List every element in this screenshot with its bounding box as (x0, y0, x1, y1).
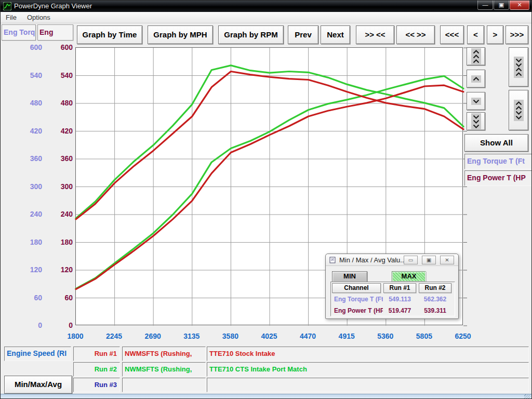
y-tick-torque-360: 360 (1, 154, 42, 163)
maximize-button-icon[interactable]: ▣ (494, 1, 509, 10)
channel-label-power: Eng Power T (HP (464, 170, 532, 186)
zoom-out-vertical-button-icon (514, 100, 524, 121)
y-tick-torque-480: 480 (1, 99, 42, 107)
minmax-minimize-button-icon[interactable]: ▭ (404, 256, 418, 264)
channel-button-power[interactable]: Eng Powe (37, 24, 73, 41)
scroll-down-button[interactable] (467, 92, 485, 110)
graph-by-mph-button[interactable]: Graph by MPH (148, 25, 213, 44)
graph-by-time-button[interactable]: Graph by Time (77, 25, 142, 44)
chevron-up-icon (515, 68, 523, 72)
chevron-up-icon (515, 101, 523, 105)
chevron-down-icon (472, 119, 480, 124)
x-tick-2245: 2245 (106, 332, 122, 340)
y-tick-power-480: 480 (44, 99, 73, 107)
minmax-window-title: Min / Max / Avg Valu... (339, 256, 406, 264)
pan-right-button[interactable]: > (487, 25, 503, 44)
y-tick-torque-240: 240 (1, 210, 42, 218)
run-label-1: Run #1 (73, 347, 120, 361)
run-1-comment-field[interactable]: NWMSFTS (Rushing, (122, 347, 206, 361)
y-tick-torque-600: 600 (1, 43, 42, 51)
run-2-comment-field[interactable]: NWMSFTS (Rushing, (122, 362, 206, 377)
chevron-up-icon (515, 72, 523, 76)
minmax-maximize-button-icon[interactable]: ▣ (422, 256, 436, 264)
show-all-button[interactable]: Show All (464, 134, 528, 152)
chevron-down-icon (472, 115, 480, 119)
run-3-comment-field[interactable] (122, 378, 206, 392)
scroll-down-fast-button[interactable] (467, 112, 485, 130)
minmax-title-bar[interactable]: Min / Max / Avg Valu... ▭▣✕ (326, 254, 458, 266)
y-tick-power-120: 120 (44, 265, 73, 274)
x-tick-5360: 5360 (377, 332, 393, 340)
channel-button-torque[interactable]: Eng Torq (2, 24, 36, 41)
y-tick-torque-540: 540 (1, 71, 42, 79)
zoom-out-vertical-button[interactable] (509, 90, 528, 130)
window-title: PowerDyne Graph Viewer (14, 2, 92, 10)
y-tick-torque-420: 420 (1, 127, 42, 135)
min-button[interactable]: MIN (332, 271, 367, 282)
x-tick-3580: 3580 (222, 332, 238, 340)
minimize-button-icon[interactable]: — (477, 1, 493, 10)
prev-button[interactable]: Prev (288, 25, 318, 44)
pan-far-right-button[interactable]: >>> (506, 25, 528, 44)
scroll-up-fast-button-icon (471, 48, 481, 65)
max-button[interactable]: MAX (392, 271, 426, 282)
minmax-header-run-2: Run #2 (419, 283, 451, 293)
title-bar: PowerDyne Graph Viewer —▣✕ (1, 1, 532, 12)
y-tick-torque-0: 0 (1, 321, 42, 329)
pan-far-left-button[interactable]: <<< (440, 25, 464, 44)
minmax-row-run2-value: 539.311 (419, 307, 451, 314)
x-tick-4025: 4025 (261, 332, 277, 340)
close-button-icon[interactable]: ✕ (510, 1, 529, 10)
chevron-up-icon (515, 106, 523, 110)
x-tick-6250: 6250 (455, 332, 471, 340)
app-icon (3, 2, 11, 12)
chevron-up-icon (472, 50, 480, 54)
menu-bar: FileOptions (1, 12, 532, 23)
chevron-down-icon (472, 99, 480, 103)
x-tick-4915: 4915 (339, 332, 355, 340)
app-window: PowerDyne Graph Viewer —▣✕ FileOptions E… (0, 0, 532, 399)
window-bottom-border (1, 394, 532, 399)
minmax-window: Min / Max / Avg Valu... ▭▣✕ MIN MAX Chan… (325, 254, 459, 319)
menu-options[interactable]: Options (22, 12, 56, 23)
x-tick-3135: 3135 (183, 332, 200, 340)
minmax-row-run2-value: 562.362 (419, 296, 451, 303)
y-tick-power-240: 240 (44, 210, 73, 218)
graph-by-rpm-button[interactable]: Graph by RPM (218, 25, 284, 44)
zoom-in-x-button[interactable]: >> << (356, 25, 394, 44)
y-tick-torque-180: 180 (1, 238, 42, 246)
x-tick-4470: 4470 (300, 332, 316, 340)
y-tick-torque-60: 60 (1, 294, 42, 302)
minmax-row-run1-value: 519.477 (383, 307, 416, 314)
run-2-description-field[interactable]: TTE710 CTS Intake Port Match (207, 362, 529, 377)
y-tick-power-540: 540 (44, 71, 73, 79)
run-3-description-field[interactable] (207, 378, 529, 392)
run-1-description-field[interactable]: TTE710 Stock Intake (207, 347, 529, 361)
minmax-row-channel: Eng Power T (HP) (334, 307, 383, 314)
minmax-close-button-icon[interactable]: ✕ (440, 256, 454, 264)
minmax-header-channel: Channel (332, 283, 381, 293)
y-tick-torque-120: 120 (1, 265, 42, 274)
chevron-down-icon (515, 63, 523, 67)
run-label-2: Run #2 (73, 362, 120, 377)
y-tick-power-0: 0 (44, 321, 73, 329)
chevron-up-icon (472, 77, 480, 81)
x-tick-2690: 2690 (145, 332, 161, 340)
menu-file[interactable]: File (1, 12, 22, 23)
zoom-out-x-button[interactable]: << >> (396, 25, 435, 44)
zoom-in-vertical-button-icon (514, 57, 524, 78)
scroll-down-fast-button-icon (471, 113, 481, 130)
resize-grip[interactable] (524, 394, 530, 399)
next-button[interactable]: Next (321, 25, 350, 44)
y-tick-power-360: 360 (44, 154, 73, 163)
minmaxavg-button[interactable]: Min/Max/Avg (4, 376, 72, 394)
pan-left-button[interactable]: < (467, 25, 484, 44)
y-tick-power-420: 420 (44, 127, 73, 135)
scroll-up-button-icon (471, 75, 481, 83)
zoom-in-vertical-button[interactable] (509, 47, 528, 87)
scroll-up-fast-button[interactable] (467, 47, 485, 65)
scroll-up-button[interactable] (467, 70, 485, 88)
x-tick-5805: 5805 (416, 332, 432, 340)
chevron-up-icon (472, 55, 480, 59)
minmax-row-channel: Eng Torque T (Ft- (334, 296, 383, 303)
